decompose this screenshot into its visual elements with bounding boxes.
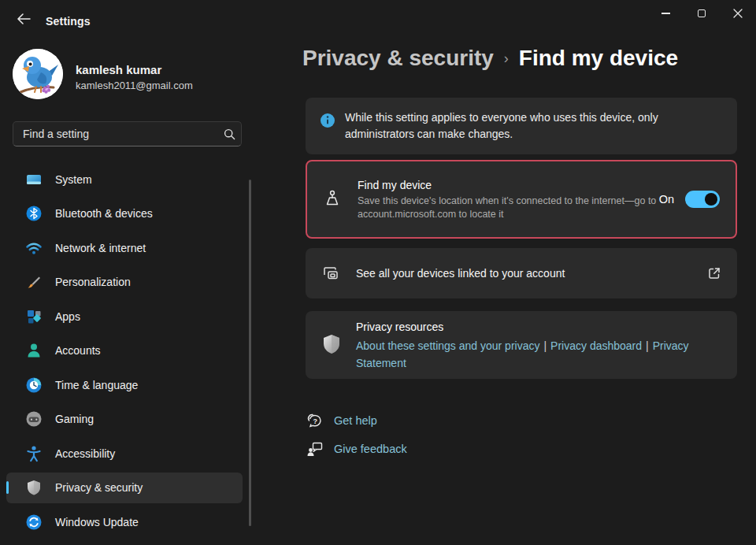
back-icon [17,13,31,24]
profile-name[interactable]: kamlesh kumar [76,63,161,76]
privacy-resources-title: Privacy resources [356,321,702,333]
give-feedback-label: Give feedback [334,443,407,455]
sidebar-item-label: Privacy & security [55,481,143,494]
apps-icon [25,308,43,325]
give-feedback-link[interactable]: Give feedback [306,439,407,459]
breadcrumb: Privacy & security › Find my device [302,46,678,71]
maximize-icon [698,9,706,17]
personalization-icon [25,273,43,291]
find-my-device-toggle[interactable] [685,191,720,208]
svg-text:?: ? [313,417,317,425]
location-beacon-icon [307,189,358,209]
accounts-icon [25,342,43,359]
breadcrumb-parent[interactable]: Privacy & security [302,46,494,71]
sidebar-item-windows-update[interactable]: Windows Update [6,506,243,537]
shield-icon [25,479,43,496]
find-my-device-text: Find my device Save this device's locati… [358,177,659,221]
sidebar-item-label: Bluetooth & devices [55,207,153,220]
gaming-icon [25,410,43,428]
privacy-resources-card: Privacy resources About these settings a… [306,311,737,379]
profile-email: kamlesh2011@gmail.com [76,80,193,91]
external-link-icon [707,266,721,280]
selected-accent-bar [6,481,9,494]
sidebar-item-label: System [55,173,92,186]
sidebar-nav: System Bluetooth & devices Network & int… [6,164,243,541]
privacy-shield-icon [321,321,356,379]
minimize-button[interactable] [647,0,684,27]
search-icon[interactable] [217,128,241,140]
feedback-person-icon [306,440,324,458]
sidebar-item-gaming[interactable]: Gaming [6,404,243,435]
link-separator: | [543,339,547,352]
help-bubble-icon: ? [306,412,324,429]
sidebar-item-label: Network & internet [55,242,146,254]
setting-description: Save this device's location when it's co… [358,195,659,221]
admin-info-banner: While this setting applies to everyone w… [306,98,737,154]
minimize-icon [662,13,670,14]
sidebar: kamlesh kumar kamlesh2011@gmail.com Syst… [0,35,261,545]
privacy-resources-content: Privacy resources About these settings a… [356,321,702,379]
bluetooth-icon [25,205,43,222]
close-button[interactable] [720,0,756,27]
sidebar-item-bluetooth[interactable]: Bluetooth & devices [6,198,243,229]
toggle-knob [705,193,717,206]
link-about-settings[interactable]: About these settings and your privacy [356,339,539,352]
setting-title: Find my device [358,179,659,191]
toggle-state-label: On [659,193,674,206]
get-help-label: Get help [334,414,377,427]
titlebar: Settings [0,0,756,35]
sidebar-item-network[interactable]: Network & internet [6,232,243,263]
main-content: Privacy & security › Find my device Whil… [261,35,756,545]
info-icon [320,109,345,154]
sidebar-item-label: Personalization [55,276,131,288]
windows-update-icon [25,513,43,531]
close-icon [733,9,743,18]
back-button[interactable] [11,8,36,30]
sidebar-item-accessibility[interactable]: Accessibility [6,438,243,469]
breadcrumb-separator: › [504,50,509,67]
sidebar-item-label: Accounts [55,344,101,357]
toggle-group: On [659,191,720,208]
accessibility-icon [25,445,43,462]
admin-info-text: While this setting applies to everyone w… [345,109,718,154]
sidebar-item-label: Gaming [55,413,94,425]
sidebar-item-label: Windows Update [55,516,139,528]
time-language-icon [25,376,43,394]
search-box [13,121,242,146]
link-privacy-dashboard[interactable]: Privacy dashboard [550,339,642,352]
bird-avatar-image [13,49,63,99]
find-my-device-card: Find my device Save this device's locati… [306,160,737,239]
see-all-devices-label: See all your devices linked to your acco… [356,267,707,280]
sidebar-item-label: Apps [55,310,80,323]
sidebar-scrollbar[interactable] [249,180,251,526]
privacy-resources-links: About these settings and your privacy|Pr… [356,337,702,372]
linked-devices-icon [321,265,356,282]
maximize-button[interactable] [684,0,720,27]
app-title: Settings [46,15,91,28]
link-separator: | [646,339,649,352]
sidebar-item-system[interactable]: System [6,164,243,195]
see-all-devices-row[interactable]: See all your devices linked to your acco… [306,248,737,298]
system-icon [25,171,43,188]
sidebar-item-time-language[interactable]: Time & language [6,369,243,400]
page-title: Find my device [519,46,678,71]
sidebar-item-personalization[interactable]: Personalization [6,267,243,298]
get-help-link[interactable]: ? Get help [306,410,377,431]
avatar[interactable] [13,49,63,99]
sidebar-item-apps[interactable]: Apps [6,301,243,332]
sidebar-item-label: Time & language [55,379,138,391]
sidebar-item-privacy-security[interactable]: Privacy & security [6,473,243,503]
sidebar-item-label: Accessibility [55,447,115,460]
sidebar-item-accounts[interactable]: Accounts [6,336,243,366]
search-input[interactable] [13,128,217,140]
network-icon [25,239,43,257]
